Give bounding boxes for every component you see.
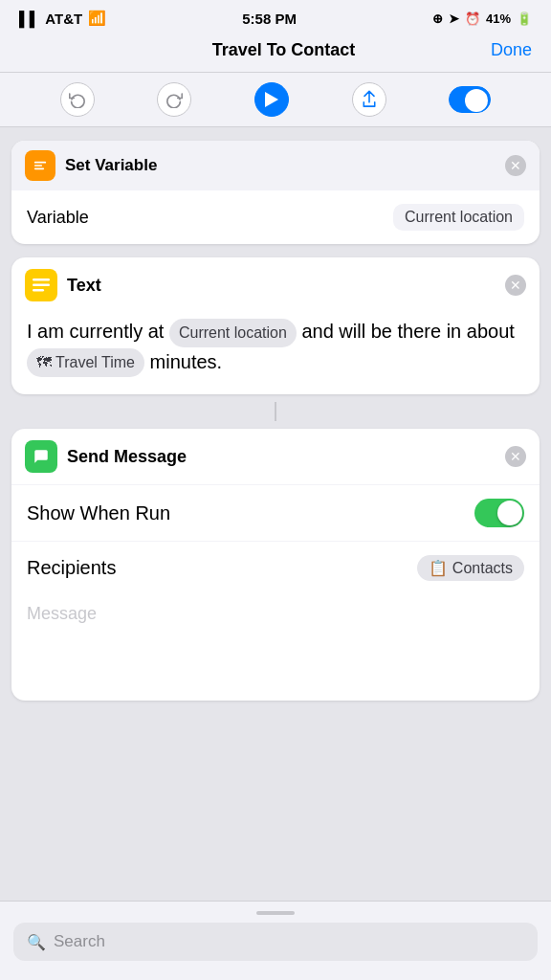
send-message-icon (25, 440, 57, 473)
location-icon: ⊕ (432, 11, 443, 26)
settings-toggle[interactable] (449, 86, 491, 113)
text-card-header: Text ✕ (11, 257, 540, 313)
current-location-token-label: Current location (179, 322, 287, 345)
battery-icon: 🔋 (517, 11, 532, 26)
show-when-run-label: Show When Run (27, 502, 170, 524)
action-divider (11, 402, 540, 421)
status-left: ▌▌ AT&T 📶 (19, 10, 106, 27)
send-message-close-button[interactable]: ✕ (505, 446, 526, 467)
show-when-run-toggle[interactable] (474, 499, 524, 527)
play-button[interactable] (254, 82, 289, 117)
send-message-title-row: Send Message (25, 440, 187, 473)
gps-icon: ➤ (449, 11, 459, 26)
done-button[interactable]: Done (491, 40, 532, 60)
search-placeholder: Search (54, 932, 105, 951)
text-part-2: and will be there in about (297, 321, 515, 342)
share-button[interactable] (352, 82, 386, 117)
status-bar: ▌▌ AT&T 📶 5:58 PM ⊕ ➤ ⏰ 41% 🔋 (0, 0, 551, 33)
svg-rect-3 (33, 289, 44, 292)
undo-button[interactable] (60, 82, 95, 117)
signal-icon: ▌▌ (19, 11, 39, 27)
main-content: Set Variable ✕ Variable Current location… (0, 127, 551, 901)
travel-time-icon: 🗺 (36, 351, 52, 374)
show-when-run-row: Show When Run (11, 484, 540, 541)
current-location-token[interactable]: Current location (169, 319, 297, 347)
text-part-1: I am currently at (27, 321, 169, 342)
text-card-close-button[interactable]: ✕ (505, 275, 526, 296)
svg-rect-1 (33, 278, 50, 281)
variable-value[interactable]: Current location (393, 204, 524, 231)
toolbar (0, 73, 551, 127)
set-variable-icon (25, 150, 55, 181)
set-variable-close-button[interactable]: ✕ (505, 155, 526, 176)
contacts-icon: 📋 (429, 559, 448, 577)
recipients-token[interactable]: 📋 Contacts (417, 555, 524, 581)
set-variable-title: Set Variable (65, 156, 157, 175)
toggle-knob (497, 501, 522, 525)
recipients-row: Recipients 📋 Contacts (11, 541, 540, 594)
travel-time-token[interactable]: 🗺Travel Time (27, 348, 144, 377)
alarm-icon: ⏰ (465, 11, 480, 26)
variable-label: Variable (27, 208, 89, 228)
travel-time-token-label: Travel Time (55, 351, 135, 374)
divider-line (275, 402, 276, 421)
svg-marker-0 (265, 92, 278, 107)
text-card-body[interactable]: I am currently at Current location and w… (11, 313, 540, 394)
drag-handle-bar (256, 911, 295, 915)
carrier-label: AT&T (45, 11, 82, 27)
text-card-title-row: Text (25, 269, 101, 301)
nav-bar: Travel To Contact Done (0, 33, 551, 73)
status-right: ⊕ ➤ ⏰ 41% 🔋 (432, 11, 532, 26)
set-variable-card: Set Variable ✕ Variable Current location (11, 141, 540, 244)
redo-button[interactable] (157, 82, 191, 117)
set-variable-title-row: Set Variable (25, 150, 157, 181)
recipients-label: Recipients (27, 557, 116, 579)
status-time: 5:58 PM (242, 11, 297, 27)
set-variable-header: Set Variable ✕ (11, 141, 540, 190)
drag-handle (13, 911, 538, 915)
search-icon: 🔍 (27, 933, 46, 951)
page-title: Travel To Contact (212, 40, 356, 60)
search-bar[interactable]: 🔍 Search (13, 923, 538, 961)
set-variable-row: Variable Current location (11, 190, 540, 244)
text-part-3: minutes. (144, 351, 222, 372)
message-field[interactable]: Message (11, 594, 540, 701)
search-bar-container: 🔍 Search (0, 901, 551, 980)
send-message-card: Send Message ✕ Show When Run Recipients … (11, 429, 540, 701)
send-message-title-label: Send Message (67, 447, 187, 467)
svg-rect-2 (33, 284, 50, 287)
wifi-icon: 📶 (88, 10, 106, 27)
send-message-header: Send Message ✕ (11, 429, 540, 484)
battery-label: 41% (486, 11, 511, 26)
text-card-title-label: Text (67, 276, 101, 296)
text-card-icon (25, 269, 57, 301)
recipients-token-label: Contacts (452, 560, 513, 577)
text-card: Text ✕ I am currently at Current locatio… (11, 257, 540, 394)
